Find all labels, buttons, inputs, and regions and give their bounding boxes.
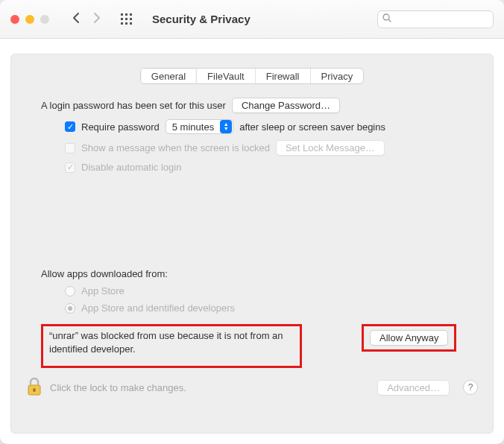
advanced-button: Advanced…: [377, 380, 450, 396]
tab-firewall[interactable]: Firewall: [256, 69, 311, 83]
require-password-delay-select[interactable]: 5 minutes ▲▼: [166, 119, 233, 134]
footer: Click the lock to make changes. Advanced…: [11, 368, 493, 411]
login-password-text: A login password has been set for this u…: [41, 100, 226, 111]
search-input[interactable]: [394, 14, 504, 25]
allow-apps-identified-label: App Store and identified developers: [81, 302, 235, 314]
lock-icon[interactable]: [26, 377, 42, 399]
svg-rect-8: [130, 22, 132, 25]
minimize-icon[interactable]: [25, 15, 34, 24]
login-password-row: A login password has been set for this u…: [41, 98, 463, 113]
allow-apps-appstore-row: App Store: [41, 285, 463, 296]
zoom-icon: [40, 15, 49, 24]
allow-anyway-highlight: Allow Anyway: [362, 324, 456, 352]
allow-anyway-button[interactable]: Allow Anyway: [370, 330, 448, 346]
require-password-after-text: after sleep or screen saver begins: [239, 121, 385, 133]
tab-general[interactable]: General: [141, 69, 197, 83]
allow-apps-identified-row: App Store and identified developers: [41, 302, 463, 314]
require-password-delay-value: 5 minutes: [172, 121, 214, 133]
svg-rect-0: [121, 13, 123, 16]
help-button[interactable]: ?: [463, 380, 478, 395]
svg-rect-6: [121, 22, 123, 25]
disable-auto-login-checkbox: ✓: [65, 162, 75, 173]
select-arrows-icon: ▲▼: [220, 120, 232, 133]
allow-apps-identified-radio: [65, 303, 75, 314]
disable-auto-login-label: Disable automatic login: [81, 162, 181, 173]
svg-rect-5: [130, 18, 132, 20]
search-icon: [382, 13, 391, 25]
blocked-app-row: “unrar” was blocked from use because it …: [41, 324, 463, 368]
titlebar: Security & Privacy ✕: [0, 0, 504, 39]
close-icon[interactable]: [10, 15, 19, 24]
svg-rect-12: [33, 388, 35, 392]
tab-filevault[interactable]: FileVault: [197, 69, 256, 83]
tab-segmented-control: General FileVault Firewall Privacy: [140, 68, 364, 84]
tab-privacy[interactable]: Privacy: [311, 69, 364, 83]
show-message-label: Show a message when the screen is locked: [81, 142, 270, 153]
set-lock-message-button: Set Lock Message…: [276, 140, 385, 156]
show-message-checkbox: [65, 143, 75, 153]
search-field[interactable]: ✕: [377, 10, 494, 28]
require-password-checkbox[interactable]: ✓: [65, 121, 75, 132]
lock-hint-text: Click the lock to make changes.: [50, 382, 186, 393]
allow-apps-appstore-radio: [65, 286, 75, 296]
window-title: Security & Privacy: [152, 13, 251, 25]
content-panel: General FileVault Firewall Privacy A log…: [10, 54, 494, 434]
svg-rect-3: [121, 18, 123, 20]
disable-auto-login-row: ✓ Disable automatic login: [41, 162, 463, 173]
require-password-row: ✓ Require password 5 minutes ▲▼ after sl…: [41, 119, 463, 134]
allow-apps-heading: Allow apps downloaded from:: [41, 268, 463, 279]
svg-rect-1: [125, 13, 127, 16]
svg-rect-7: [125, 22, 127, 25]
tab-bar: General FileVault Firewall Privacy: [11, 68, 493, 84]
traffic-lights: [10, 15, 49, 24]
show-message-row: Show a message when the screen is locked…: [41, 140, 463, 156]
svg-line-10: [388, 19, 391, 22]
blocked-app-message: “unrar” was blocked from use because it …: [41, 324, 302, 368]
forward-button: [92, 12, 101, 26]
require-password-label: Require password: [81, 121, 160, 133]
back-button[interactable]: [72, 12, 81, 26]
allow-apps-appstore-label: App Store: [81, 285, 125, 296]
preferences-window: Security & Privacy ✕ General FileVault F…: [0, 0, 504, 444]
svg-rect-2: [130, 13, 132, 16]
svg-rect-4: [125, 18, 127, 20]
general-tab-content: A login password has been set for this u…: [11, 84, 493, 368]
change-password-button[interactable]: Change Password…: [232, 98, 340, 113]
show-all-icon[interactable]: [121, 13, 133, 25]
nav-buttons: [72, 12, 101, 26]
